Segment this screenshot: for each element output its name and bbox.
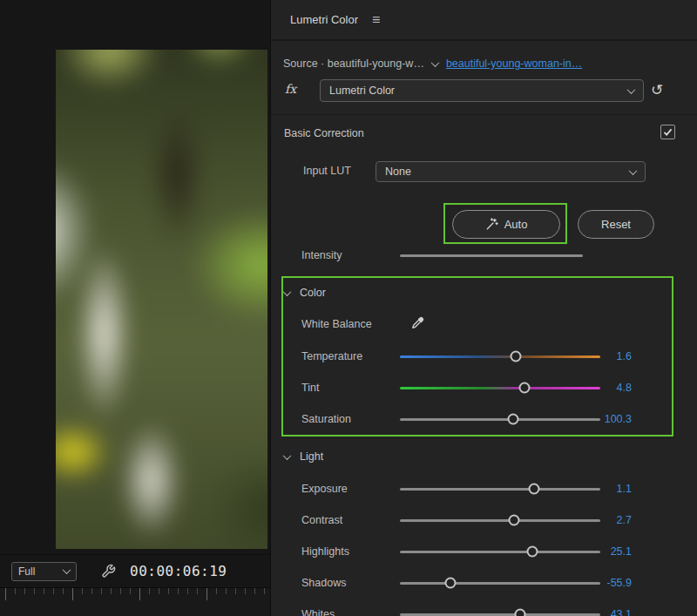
temperature-value[interactable]: 1.6 [579,350,632,362]
color-section-label: Color [300,287,326,299]
shadows-label: Shadows [301,577,346,589]
white-balance-row: White Balance [271,308,697,340]
auto-button-label: Auto [504,218,528,231]
highlights-value[interactable]: 25.1 [579,545,632,558]
saturation-slider[interactable] [400,418,600,421]
highlights-row: Highlights 25.1 [271,536,697,567]
hamburger-menu-icon[interactable]: ≡ [372,12,380,28]
effect-select-value: Lumetri Color [329,85,395,97]
fx-icon: fx [285,82,296,96]
input-lut-row: Input LUT None [271,160,697,183]
contrast-label: Contrast [301,514,342,526]
saturation-value[interactable]: 100.3 [579,413,632,425]
panel-header: Lumetri Color ≡ [271,0,697,41]
timeline-ruler[interactable] [0,587,270,616]
zoom-level-value: Full [18,565,35,578]
chevron-down-icon[interactable] [430,58,439,67]
chevron-expanded-icon [283,451,292,460]
panel-title: Lumetri Color [290,13,358,26]
intensity-slider[interactable] [400,254,583,257]
saturation-slider-handle[interactable] [507,414,518,425]
white-balance-label: White Balance [301,318,372,330]
contrast-slider[interactable] [400,519,600,522]
chevron-down-icon [627,85,636,94]
auto-button[interactable]: Auto [452,210,560,239]
app-window: Full 00:00:06:19 Lumetri Color ≡ Source … [0,0,697,616]
tint-row: Tint 4.8 [271,372,697,403]
lumetri-color-panel: Lumetri Color ≡ Source · beautiful-young… [270,0,697,616]
whites-slider-handle[interactable] [515,609,526,616]
video-frame-image [56,50,267,549]
intensity-row: Intensity [271,240,697,271]
reset-button-label: Reset [601,218,631,231]
effect-select[interactable]: Lumetri Color [320,79,644,102]
temperature-slider-handle[interactable] [511,351,522,362]
whites-row: Whites 43.1 [271,599,697,616]
color-section-header[interactable]: Color [271,277,697,308]
ruler-major-ticks [5,588,270,600]
basic-correction-header[interactable]: Basic Correction [271,122,697,145]
highlights-label: Highlights [301,545,349,558]
temperature-label: Temperature [301,350,362,362]
temperature-row: Temperature 1.6 [271,341,697,372]
video-preview [56,50,267,549]
wrench-icon[interactable] [101,564,116,579]
exposure-slider[interactable] [400,488,600,491]
exposure-row: Exposure 1.1 [271,473,697,504]
temperature-slider[interactable] [400,355,600,358]
intensity-label: Intensity [301,249,342,261]
tint-slider[interactable] [400,387,600,389]
highlights-slider[interactable] [400,551,600,553]
source-clip-label[interactable]: Source · beautiful-young-w… [283,58,424,70]
program-monitor: Full 00:00:06:19 [0,0,270,616]
chevron-expanded-icon [283,288,292,296]
input-lut-label: Input LUT [303,165,351,177]
contrast-slider-handle[interactable] [509,515,520,526]
input-lut-select[interactable]: None [376,161,646,182]
whites-slider[interactable] [400,613,600,616]
whites-label: Whites [301,608,335,616]
shadows-slider-handle[interactable] [444,578,456,589]
timecode: 00:00:06:19 [130,563,227,579]
light-section-label: Light [300,450,323,463]
saturation-row: Saturation 100.3 [271,403,697,435]
chevron-down-icon [63,565,71,574]
whites-value[interactable]: 43.1 [579,608,632,616]
input-lut-value: None [385,166,411,178]
shadows-slider[interactable] [400,582,600,585]
basic-correction-checkbox[interactable] [660,125,675,139]
source-clip-link[interactable]: beautiful-young-woman-in… [446,58,582,70]
light-section-header[interactable]: Light [271,441,697,472]
shadows-row: Shadows -55.9 [271,567,697,599]
section-divider [271,114,697,115]
contrast-value[interactable]: 2.7 [579,514,632,526]
monitor-controls: Full 00:00:06:19 [0,554,270,587]
highlights-slider-handle[interactable] [526,546,538,558]
basic-correction-label: Basic Correction [284,127,364,139]
source-row: Source · beautiful-young-w… beautiful-yo… [271,52,697,75]
reset-effect-icon[interactable]: ↺ [651,81,663,99]
saturation-label: Saturation [301,413,351,425]
tint-label: Tint [301,382,319,394]
zoom-level-select[interactable]: Full [11,562,77,581]
contrast-row: Contrast 2.7 [271,504,697,536]
reset-button[interactable]: Reset [578,210,654,239]
effect-row: fx Lumetri Color ↺ [271,78,697,103]
chevron-down-icon [629,166,638,175]
exposure-label: Exposure [301,483,348,495]
magic-wand-icon [485,218,498,231]
tint-value[interactable]: 4.8 [579,382,632,394]
eyedropper-icon[interactable] [410,316,424,333]
exposure-slider-handle[interactable] [529,484,540,495]
exposure-value[interactable]: 1.1 [579,483,632,495]
tint-slider-handle[interactable] [518,382,530,394]
shadows-value[interactable]: -55.9 [579,577,632,589]
